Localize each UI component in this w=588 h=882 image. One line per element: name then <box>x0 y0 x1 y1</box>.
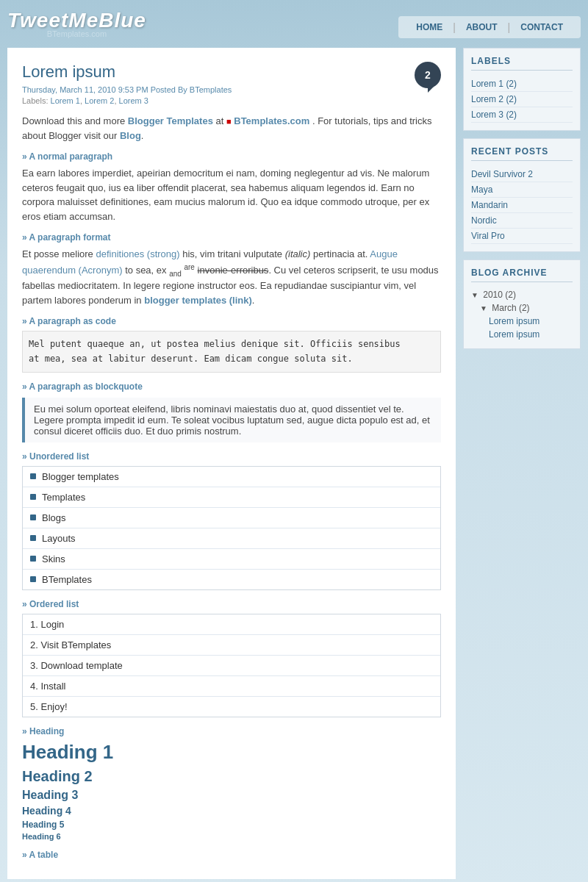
normal-para: Ea earn labores imperdiet, apeirian demo… <box>22 166 441 223</box>
para-format: Et posse meliore definitiones (strong) h… <box>22 247 441 307</box>
main-nav: HOME | ABOUT | CONTACT <box>398 16 581 38</box>
ul-item-6: BTemplates <box>42 574 92 585</box>
definitiones-link[interactable]: definitiones (strong) <box>96 248 179 259</box>
list-item: Blogger templates <box>23 467 440 487</box>
ul-item-4: Layouts <box>42 533 76 544</box>
code-block: Mel putent quaeque an, ut postea melius … <box>22 331 441 372</box>
triangle-icon: ▼ <box>480 304 487 312</box>
list-item: BTemplates <box>23 570 440 589</box>
list-item: Templates <box>23 487 440 508</box>
section-table-link[interactable]: » A table <box>22 850 441 860</box>
bullet-icon <box>30 514 36 520</box>
recent-post-4[interactable]: Nordic <box>471 213 573 229</box>
bullet-icon <box>30 535 36 541</box>
sidebar-label-1[interactable]: Lorem 1 (2) <box>471 76 573 92</box>
heading-6: Heading 6 <box>22 832 441 841</box>
recent-posts-title: RECENT POSTS <box>471 146 573 161</box>
blog-archive-widget: BLOG ARCHIVE ▼ 2010 (2) ▼ March (2) Lore… <box>463 259 581 349</box>
nav-contact[interactable]: CONTACT <box>510 19 573 35</box>
list-item: 3. Download template <box>23 656 440 676</box>
section-normal-para-link[interactable]: » A normal paragraph <box>22 151 441 162</box>
list-item: 1. Login <box>23 614 440 635</box>
section-unordered-link[interactable]: » Unordered list <box>22 451 441 462</box>
archive-month[interactable]: ▼ March (2) <box>471 301 573 315</box>
bubble-tail <box>428 87 434 93</box>
invonie-text: invonie-erroribus <box>198 265 269 276</box>
heading-5: Heading 5 <box>22 820 441 830</box>
ol-item-3: 3. <box>30 660 40 671</box>
code-line1: Mel putent quaeque an, ut postea melius … <box>29 337 434 351</box>
pf-text1: Et posse meliore <box>22 248 96 259</box>
label-lorem3[interactable]: Lorem 3 <box>119 96 148 105</box>
post-intro: Download this and more Blogger Templates… <box>22 114 441 143</box>
ul-item-3: Blogs <box>42 512 66 523</box>
label-lorem2[interactable]: Lorem 2 <box>85 96 114 105</box>
section-heading-link[interactable]: » Heading <box>22 726 441 736</box>
blockquote: Eu mei solum oporteat eleifend, libris n… <box>22 398 441 442</box>
ul-item-1: Blogger templates <box>42 471 119 482</box>
section-as-code-link[interactable]: » A paragraph as code <box>22 316 441 326</box>
list-item: Skins <box>23 549 440 570</box>
list-item: 2. Visit BTemplates <box>23 635 440 656</box>
sidebar-label-2[interactable]: Lorem 2 (2) <box>471 92 573 107</box>
recent-post-1[interactable]: Devil Survivor 2 <box>471 167 573 182</box>
ordered-list: 1. Login 2. Visit BTemplates 3. Download… <box>22 614 441 717</box>
post-date: Thursday, March 11, 2010 9:53 PM Posted … <box>22 85 232 94</box>
ol-item-1: 1. <box>30 619 40 630</box>
list-item: 4. Install <box>23 676 440 697</box>
blog-link[interactable]: Blog <box>120 130 141 141</box>
archive-post-1[interactable]: Lorem ipsum <box>471 315 573 328</box>
nav-home[interactable]: HOME <box>406 19 453 35</box>
archive-title: BLOG ARCHIVE <box>471 268 573 282</box>
nav-about[interactable]: ABOUT <box>456 19 508 35</box>
labels-prefix: Labels: <box>22 96 48 105</box>
btemplates-logo: ■ <box>226 117 232 126</box>
bullet-icon <box>30 494 36 500</box>
sup-text: are <box>184 263 194 271</box>
section-ordered-link[interactable]: » Ordered list <box>22 599 441 609</box>
unordered-list: Blogger templates Templates Blogs Layout… <box>22 466 441 590</box>
triangle-icon: ▼ <box>471 291 478 299</box>
heading-3: Heading 3 <box>22 789 441 802</box>
ol-item-4: 4. <box>30 681 40 692</box>
pf-text3: pertinacia at. <box>310 248 370 259</box>
ul-item-2: Templates <box>42 492 85 503</box>
pf-italic: (italic) <box>285 248 311 259</box>
ul-item-5: Skins <box>42 553 65 564</box>
list-item: Blogs <box>23 508 440 528</box>
label-lorem1[interactable]: Lorem 1 <box>51 96 80 105</box>
intro-text: Download this and more <box>22 115 128 126</box>
post-title: Lorem ipsum <box>22 62 232 82</box>
blogger-templates-link[interactable]: Blogger Templates <box>128 115 213 126</box>
pf-text4: to sea, ex <box>123 265 170 276</box>
bullet-icon <box>30 576 36 582</box>
pf-text2: his, vim tritani vulputate <box>180 248 285 259</box>
list-item: Layouts <box>23 528 440 549</box>
code-line2: at mea, sea at labitur deserunt. Eam dic… <box>29 352 434 366</box>
btemplates-com-link[interactable]: BTemplates.com <box>234 115 309 126</box>
main-content: Lorem ipsum Thursday, March 11, 2010 9:5… <box>7 48 456 879</box>
bullet-icon <box>30 556 36 562</box>
section-blockquote-link[interactable]: » A paragraph as blockquote <box>22 381 441 392</box>
archive-post-2[interactable]: Lorem ipsum <box>471 328 573 341</box>
blogger-templates-link2[interactable]: blogger templates (link) <box>144 295 252 306</box>
at-text: at <box>213 115 223 126</box>
recent-post-3[interactable]: Mandarin <box>471 198 573 213</box>
sub-text: and <box>169 269 182 277</box>
logo-area: TweetMeBlue BTemplates.com <box>7 9 146 38</box>
blockquote-wrapper: Eu mei solum oporteat eleifend, libris n… <box>22 398 441 442</box>
recent-post-2[interactable]: Maya <box>471 182 573 198</box>
heading-2: Heading 2 <box>22 768 441 785</box>
list-item: 5. Enjoy! <box>23 697 440 717</box>
recent-post-5[interactable]: Viral Pro <box>471 229 573 244</box>
ol-item-2: 2. <box>30 639 40 650</box>
recent-posts-widget: RECENT POSTS Devil Survivor 2 Maya Manda… <box>463 138 581 252</box>
archive-year[interactable]: ▼ 2010 (2) <box>471 288 573 301</box>
post-labels: Labels: Lorem 1, Lorem 2, Lorem 3 <box>22 96 232 105</box>
heading-4: Heading 4 <box>22 805 441 817</box>
labels-title: LABELS <box>471 56 573 71</box>
section-para-format-link[interactable]: » A paragraph format <box>22 232 441 243</box>
comment-count[interactable]: 2 <box>415 62 441 88</box>
sidebar-label-3[interactable]: Lorem 3 (2) <box>471 107 573 123</box>
bullet-icon <box>30 473 36 479</box>
